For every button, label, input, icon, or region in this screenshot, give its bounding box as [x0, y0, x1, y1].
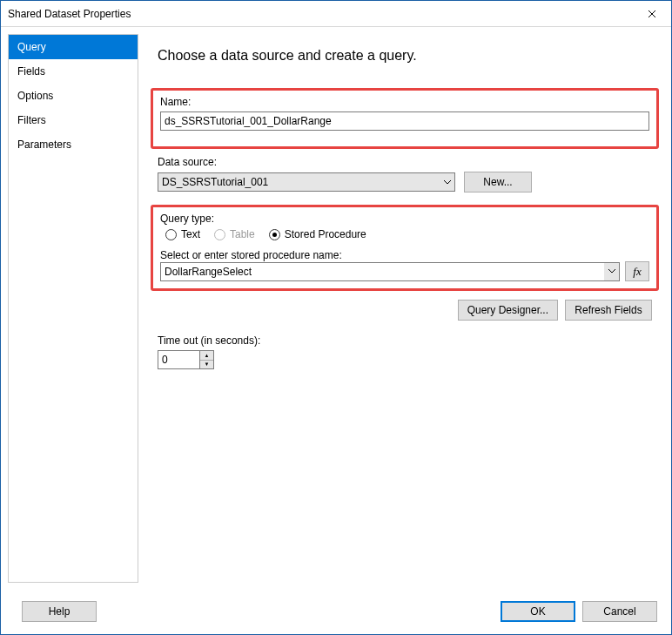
query-designer-button[interactable]: Query Designer...	[458, 300, 558, 321]
spinner-up-icon[interactable]: ▲	[200, 351, 213, 361]
radio-icon	[165, 229, 177, 240]
radio-stored-procedure[interactable]: Stored Procedure	[269, 228, 366, 240]
window-title: Shared Dataset Properties	[8, 8, 632, 20]
querytype-label: Query type:	[160, 213, 214, 225]
sidebar-item-query[interactable]: Query	[9, 35, 138, 59]
name-label: Name:	[160, 96, 649, 108]
name-highlight: Name:	[151, 88, 659, 149]
close-button[interactable]	[632, 1, 671, 27]
ok-button[interactable]: OK	[501, 601, 575, 622]
timeout-spinner[interactable]: ▲ ▼	[199, 350, 214, 369]
radio-text-label: Text	[181, 228, 200, 240]
close-icon	[648, 10, 656, 18]
radio-table: Table	[214, 228, 255, 240]
radio-icon	[269, 229, 280, 240]
new-datasource-button[interactable]: New...	[464, 172, 532, 193]
sidebar-item-filters[interactable]: Filters	[9, 108, 138, 132]
sidebar-item-parameters[interactable]: Parameters	[9, 132, 138, 157]
sidebar-item-options[interactable]: Options	[9, 84, 138, 108]
cancel-button[interactable]: Cancel	[582, 601, 657, 622]
timeout-label: Time out (in seconds):	[158, 334, 652, 347]
radio-sp-label: Stored Procedure	[285, 228, 366, 240]
dialog-footer: Help OK Cancel	[1, 590, 671, 633]
datasource-label: Data source:	[158, 156, 652, 168]
content-pane: Choose a data source and create a query.…	[138, 27, 671, 590]
timeout-input[interactable]	[158, 350, 199, 369]
datasource-value: DS_SSRSTutorial_001	[162, 176, 268, 188]
page-heading: Choose a data source and create a query.	[158, 48, 652, 64]
sidebar-item-fields[interactable]: Fields	[9, 59, 138, 84]
name-input[interactable]	[160, 111, 649, 131]
sp-name-value: DollarRangeSelect	[165, 266, 252, 278]
radio-text[interactable]: Text	[165, 228, 200, 240]
sp-name-label: Select or enter stored procedure name:	[160, 249, 342, 261]
datasource-select[interactable]: DS_SSRSTutorial_001	[158, 172, 455, 192]
radio-table-label: Table	[230, 228, 255, 240]
help-button[interactable]: Help	[22, 601, 97, 622]
chevron-down-icon	[440, 173, 454, 191]
fx-icon: fx	[633, 265, 641, 279]
querytype-highlight: Query type: Text Table Stored Procedure …	[151, 205, 659, 291]
sp-name-select[interactable]: DollarRangeSelect	[160, 262, 620, 281]
chevron-down-icon	[604, 263, 619, 280]
refresh-fields-button[interactable]: Refresh Fields	[565, 300, 652, 321]
fx-expression-button[interactable]: fx	[625, 261, 649, 281]
radio-icon	[214, 229, 225, 240]
titlebar: Shared Dataset Properties	[1, 1, 671, 27]
spinner-down-icon[interactable]: ▼	[200, 361, 213, 369]
sidebar: Query Fields Options Filters Parameters	[8, 34, 138, 583]
